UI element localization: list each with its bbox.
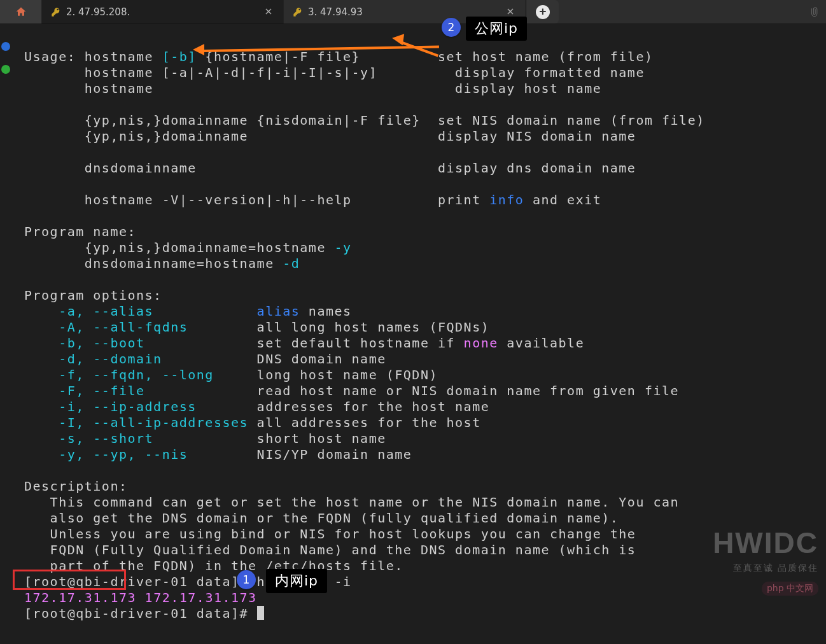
t: -f, --fqdn, --long [24, 367, 257, 382]
t: hostname [-a|-A|-d|-f|-i|-I|-s|-y] displ… [24, 65, 645, 80]
t: read host name or NIS domain name from g… [257, 383, 680, 398]
t: -d [283, 256, 300, 271]
watermark: HWIDC 至真至诚 品质保住 [713, 526, 818, 574]
t: short host name [257, 431, 386, 446]
t: {hostname|-F file} set host name (from f… [197, 49, 654, 64]
t: FQDN (Fully Qualified Domain Name) and t… [24, 542, 636, 557]
t: Program options: [24, 288, 162, 303]
tab-label: 3. 47.94.93 [308, 6, 500, 18]
t: -A, --all-fqdns [24, 319, 257, 335]
session-status-sidebar [0, 24, 11, 644]
t: {yp,nis,}domainname {nisdomain|-F file} … [24, 113, 705, 128]
t: {yp,nis,}domainname display NIS domain n… [24, 129, 636, 144]
t: -a, --alias [24, 304, 257, 319]
t: -y, --yp, --nis [24, 447, 257, 462]
close-icon[interactable]: × [505, 6, 516, 18]
t: addresses for the host name [257, 399, 490, 414]
t: {yp,nis,}domainname=hostname [24, 240, 334, 255]
t: hostname display host name [24, 81, 601, 96]
t: dnsdomainname display dns domain name [24, 160, 636, 176]
ip-output-2: 172.17.31.173 [136, 590, 257, 605]
attachment-icon[interactable] [806, 4, 820, 18]
watermark-big: HWIDC [713, 526, 818, 560]
ip-output-1: 172.17.31.173 [24, 590, 136, 605]
home-tab[interactable] [0, 0, 42, 24]
callout-label-private-ip: 内网ip [266, 569, 327, 593]
plus-icon: + [536, 5, 550, 19]
tab-label: 2. 47.95.208. [66, 6, 258, 18]
tab-bar: 2. 47.95.208. × 3. 47.94.93 × + [0, 0, 826, 24]
t: Program name: [24, 224, 136, 239]
watermark-small: 至真至诚 品质保住 [713, 563, 818, 574]
t: all long host names (FQDNs) [257, 319, 490, 335]
t: This command can get or set the host nam… [24, 494, 679, 510]
t: -F, --file [24, 383, 257, 398]
t: [-b] [162, 49, 197, 64]
terminal-output[interactable]: Usage: hostname [-b] {hostname|-F file} … [11, 24, 826, 644]
t: dnsdomainname=hostname [24, 256, 283, 271]
watermark-php: php 中文网 [762, 582, 818, 596]
t: info [489, 192, 524, 207]
close-icon[interactable]: × [263, 6, 274, 18]
callout-number-1: 1 [237, 570, 256, 589]
t: DNS domain name [257, 351, 386, 367]
t: long host name (FQDN) [257, 367, 438, 382]
t: hostname -V|--version|-h|--help print [24, 192, 489, 207]
callout-number-2: 2 [442, 18, 461, 37]
t: -s, --short [24, 431, 257, 446]
t: and exit [524, 192, 601, 207]
t: none [464, 335, 498, 351]
new-tab-button[interactable]: + [527, 0, 559, 24]
t: all addresses for the host [257, 415, 481, 430]
key-icon [293, 7, 303, 17]
t: also get the DNS domain or the FQDN (ful… [24, 510, 619, 526]
t: -i, --ip-address [24, 399, 257, 414]
t: Description: [24, 479, 128, 494]
callout-label-public-ip: 公网ip [466, 17, 527, 41]
status-dot-blue [1, 42, 10, 51]
status-dot-green [1, 65, 10, 74]
key-icon [51, 7, 61, 17]
t: set default hostname if [257, 335, 464, 351]
t: -d, --domain [24, 351, 257, 367]
t: Unless you are using bind or NIS for hos… [24, 526, 636, 542]
prompt: [root@qbi-driver-01 data]# [24, 606, 257, 621]
home-icon [15, 6, 27, 18]
t: available [498, 335, 584, 351]
highlight-box-private-ip [13, 570, 126, 590]
t: NIS/YP domain name [257, 447, 412, 462]
tab-session-1[interactable]: 2. 47.95.208. × [42, 0, 284, 24]
t: names [300, 304, 351, 319]
t: -y [334, 240, 351, 255]
t: alias [257, 304, 300, 319]
t: -I, --all-ip-addresses [24, 415, 257, 430]
terminal-cursor [257, 606, 264, 620]
t: -b, --boot [24, 335, 257, 351]
t: Usage: hostname [24, 49, 162, 64]
